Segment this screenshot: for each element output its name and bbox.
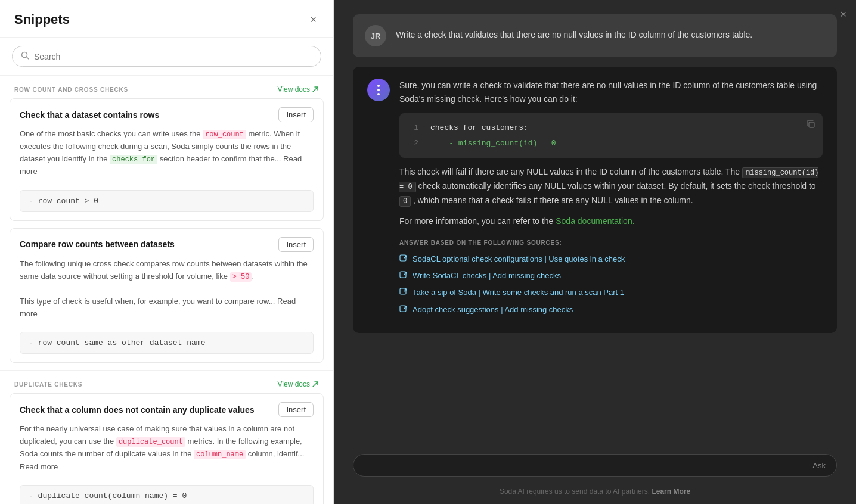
sources-title: ANSWER BASED ON THE FOLLOWING SOURCES: xyxy=(399,238,823,248)
dot-2 xyxy=(377,89,380,91)
ai-message-body: Sure, you can write a check to validate … xyxy=(399,79,823,321)
view-docs-duplicate-link[interactable]: View docs xyxy=(278,380,319,388)
snippet-card-1-body: One of the most basic checks you can wri… xyxy=(10,128,323,185)
code-row-count: row_count xyxy=(203,130,246,139)
source-icon-4 xyxy=(399,305,408,316)
ai-code-block: 1 checks for customers: 2 - missing_coun… xyxy=(399,113,823,158)
inline-mono-1: missing_count(id) = 0 xyxy=(399,167,818,192)
snippet-card-duplicate: Check that a column does not contain any… xyxy=(10,393,324,504)
snippet-card-cross-check-header: Compare row counts between datasets Inse… xyxy=(10,229,323,258)
ai-footer: Soda AI requires us to send data to AI p… xyxy=(334,484,856,504)
ai-avatar xyxy=(367,79,390,101)
section-duplicate-title: DUPLICATE CHECKS xyxy=(14,381,82,388)
source-text-3: Take a sip of Soda | Write some checks a… xyxy=(413,287,624,298)
snippets-close-button[interactable]: × xyxy=(308,12,319,27)
line-num-2: 2 xyxy=(409,137,418,150)
source-link-2[interactable]: Write SodaCL checks | Add missing checks xyxy=(399,270,823,282)
search-input[interactable] xyxy=(34,52,312,61)
snippet-card-row-count-header: Check that a dataset contains rows Inser… xyxy=(10,99,323,128)
source-text-1: SodaCL optional check configurations | U… xyxy=(413,254,625,265)
ai-panel: × JR Write a check that validates that t… xyxy=(334,0,856,504)
search-input-wrapper xyxy=(12,46,321,67)
snippets-content: ROW COUNT AND CROSS CHECKS View docs Che… xyxy=(0,76,333,504)
snippet-card-cross-check: Compare row counts between datasets Inse… xyxy=(10,228,324,363)
code-block-1: - row_count > 0 xyxy=(20,190,314,212)
snippet-card-1-title: Check that a dataset contains rows xyxy=(20,110,159,120)
source-text-4: Adopt check suggestions | Add missing ch… xyxy=(413,304,573,315)
code-duplicate-count: duplicate_count xyxy=(116,437,185,447)
user-avatar: JR xyxy=(365,25,386,46)
section-row-count-header: ROW COUNT AND CROSS CHECKS View docs xyxy=(0,76,333,98)
code-text-2: - missing_count(id) = 0 xyxy=(430,137,556,150)
snippets-title: Snippets xyxy=(14,12,70,27)
ai-chat-content: JR Write a check that validates that the… xyxy=(334,0,856,447)
snippet-card-2-body: The following unique cross check compare… xyxy=(10,258,323,327)
snippet-card-3-body: For the nearly universal use case of mak… xyxy=(10,423,323,480)
section-row-count-title: ROW COUNT AND CROSS CHECKS xyxy=(14,86,128,93)
copy-icon[interactable] xyxy=(806,119,815,133)
source-text-2: Write SodaCL checks | Add missing checks xyxy=(413,270,561,281)
ai-input-wrapper: Ask xyxy=(353,454,837,477)
code-gt-50: > 50 xyxy=(230,272,252,282)
ai-input-area: Ask xyxy=(334,447,856,484)
insert-button-3[interactable]: Insert xyxy=(278,402,314,417)
source-link-3[interactable]: Take a sip of Soda | Write some checks a… xyxy=(399,287,823,299)
read-more-2[interactable]: Read more xyxy=(20,297,296,318)
user-message: JR Write a check that validates that the… xyxy=(353,14,837,57)
snippet-card-duplicate-header: Check that a column does not contain any… xyxy=(10,394,323,423)
source-icon-1 xyxy=(399,254,408,266)
ai-code-line-2: 2 - missing_count(id) = 0 xyxy=(409,137,813,150)
soda-docs-link[interactable]: Soda documentation. xyxy=(556,216,634,226)
source-icon-2 xyxy=(399,271,408,282)
read-more-3[interactable]: Read more xyxy=(20,462,58,471)
search-icon xyxy=(21,51,29,61)
code-column-name: column_name xyxy=(194,450,246,459)
snippets-panel: Snippets × ROW COUNT AND CROSS CHECKS Vi… xyxy=(0,0,334,504)
dot-3 xyxy=(377,93,380,95)
svg-rect-2 xyxy=(809,122,814,127)
source-link-1[interactable]: SodaCL optional check configurations | U… xyxy=(399,254,823,266)
ai-close-button[interactable]: × xyxy=(840,8,846,21)
code-block-2: - row_count same as other_dataset_name xyxy=(20,332,314,354)
learn-more-link[interactable]: Learn More xyxy=(652,487,690,496)
user-initials: JR xyxy=(371,32,381,41)
ai-dots-icon xyxy=(377,85,380,95)
inline-mono-2: 0 xyxy=(399,196,411,207)
user-message-text: Write a check that validates that there … xyxy=(396,25,752,41)
snippet-card-3-title: Check that a column does not contain any… xyxy=(20,405,255,415)
dot-1 xyxy=(377,85,380,87)
insert-button-1[interactable]: Insert xyxy=(278,107,314,122)
ai-message: Sure, you can write a check to validate … xyxy=(353,67,837,333)
source-link-4[interactable]: Adopt check suggestions | Add missing ch… xyxy=(399,304,823,316)
ai-intro: Sure, you can write a check to validate … xyxy=(399,79,823,106)
snippet-card-2-title: Compare row counts between datasets xyxy=(20,239,175,249)
ai-paragraph-1: This check will fail if there are any NU… xyxy=(399,165,823,207)
insert-button-2[interactable]: Insert xyxy=(278,237,314,252)
section-duplicate-header: DUPLICATE CHECKS View docs xyxy=(0,371,333,393)
code-block-3: - duplicate_count(column_name) = 0 xyxy=(20,485,314,504)
view-docs-row-count-link[interactable]: View docs xyxy=(278,85,319,94)
read-more-1[interactable]: Read more xyxy=(20,154,302,176)
ai-paragraph-2: For more information, you can refer to t… xyxy=(399,214,823,228)
line-num-1: 1 xyxy=(409,122,418,134)
search-container xyxy=(0,38,333,76)
ask-button[interactable]: Ask xyxy=(812,461,826,470)
snippet-card-row-count: Check that a dataset contains rows Inser… xyxy=(10,98,324,221)
svg-line-1 xyxy=(27,57,29,60)
source-icon-3 xyxy=(399,288,408,299)
snippets-header: Snippets × xyxy=(0,0,333,38)
ai-chat-input[interactable] xyxy=(364,461,812,470)
sources-section: ANSWER BASED ON THE FOLLOWING SOURCES: S… xyxy=(399,238,823,316)
ai-code-line-1: 1 checks for customers: xyxy=(409,122,813,134)
code-checks-for: checks for xyxy=(110,155,157,164)
code-text-1: checks for customers: xyxy=(430,122,528,134)
